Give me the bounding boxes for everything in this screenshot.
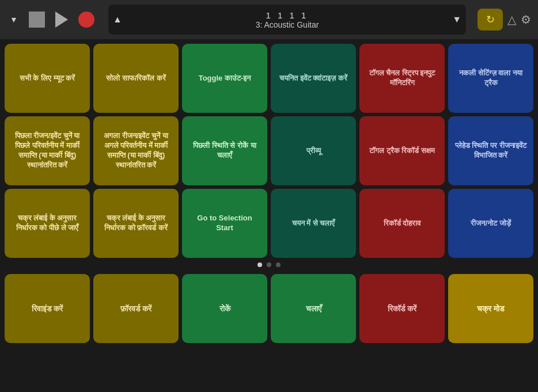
grid-btn-r0-c0[interactable]: सभी के लिए म्यूट करें: [5, 44, 90, 113]
position-nav-down[interactable]: ▼: [448, 12, 466, 27]
metronome-button[interactable]: △: [507, 13, 516, 26]
bottom-btn-3[interactable]: चलाएँ: [271, 274, 356, 343]
page-dot-2[interactable]: [276, 262, 281, 267]
track-label: 3: Acoustic Guitar: [256, 20, 319, 29]
grid-btn-r2-c1[interactable]: चक्र लंबाई के अनुसार निर्धारक को फ़ॉरवर्…: [93, 189, 179, 258]
position-display: ▲ 1 1 1 1 3: Acoustic Guitar ▼: [108, 5, 466, 35]
grid-btn-r1-c5[interactable]: प्लेहेड स्थिति पर रीजन/इवेंट विभाजित करे…: [448, 116, 533, 185]
record-icon: [78, 12, 94, 28]
transport-controls: ▼: [7, 9, 97, 30]
bottom-btn-0[interactable]: रिवाइंड करें: [5, 274, 90, 343]
stop-icon: [29, 12, 45, 28]
bottom-btn-1[interactable]: फ़ॉरवर्ड करें: [93, 274, 179, 343]
grid-btn-r0-c2[interactable]: Toggle काउंट-इन: [182, 44, 267, 113]
grid-btn-r1-c0[interactable]: पिछला रीजन/इवेंट चुनें या पिछले परिवर्तन…: [5, 116, 90, 185]
page-dot-0[interactable]: [257, 262, 262, 267]
record-button[interactable]: [76, 9, 97, 30]
dropdown-arrow-icon[interactable]: ▼: [7, 13, 21, 26]
grid-btn-r1-c1[interactable]: अगला रीजन/इवेंट चुनें या अगले परिवर्तनीय…: [93, 116, 179, 185]
grid-btn-r2-c4[interactable]: रिकॉर्ड दोहराव: [359, 189, 445, 258]
settings-button[interactable]: ⚙: [521, 13, 531, 26]
top-bar: ▼ ▲ 1 1 1 1 3: Acoustic Guitar ▼ ↻ △ ⚙: [0, 0, 538, 39]
grid-btn-r1-c4[interactable]: टॉगल ट्रैक रिकॉर्ड सक्षम: [359, 116, 445, 185]
grid-btn-r1-c3[interactable]: प्रीव्यू: [271, 116, 356, 185]
page-dot-1[interactable]: [267, 262, 271, 267]
main-grid-area: सभी के लिए म्यूट करेंसोलो साफ/रिकॉल करें…: [0, 39, 538, 272]
grid-btn-r1-c2[interactable]: पिछली स्थिति से रोकें या चलाएँ: [182, 116, 267, 185]
grid-btn-r0-c5[interactable]: नकली सेटिंग्ज़ वाला नया ट्रैक: [448, 44, 533, 113]
play-icon: [55, 12, 68, 28]
stop-button[interactable]: [26, 9, 47, 30]
page-indicators: [5, 258, 533, 269]
bottom-btn-4[interactable]: रिकॉर्ड करें: [359, 274, 445, 343]
position-numbers: 1 1 1 1: [266, 10, 309, 20]
grid-btn-r2-c5[interactable]: रीजन/नोट जोड़ें: [448, 189, 533, 258]
bottom-btn-5[interactable]: चक्र मोड: [448, 274, 533, 343]
grid-btn-r2-c0[interactable]: चक्र लंबाई के अनुसार निर्धारक को पीछे ले…: [5, 189, 90, 258]
play-button[interactable]: [53, 9, 70, 30]
bottom-bar: रिवाइंड करेंफ़ॉरवर्ड करेंरोकेंचलाएँरिकॉर…: [0, 272, 538, 348]
grid-btn-r0-c1[interactable]: सोलो साफ/रिकॉल करें: [93, 44, 179, 113]
right-controls: ↻ △ ⚙: [478, 9, 531, 31]
grid-btn-r0-c4[interactable]: टॉगल चैनल स्ट्रिप इनपुट मॉनिटरिंग: [359, 44, 445, 113]
grid-btn-r2-c2[interactable]: Go to Selection Start: [182, 189, 267, 258]
grid-btn-r0-c3[interactable]: चयनित इवेंट क्वांटाइज़ करें: [271, 44, 356, 113]
grid-btn-r2-c3[interactable]: चयन में से चलाएँ: [271, 189, 356, 258]
position-nav-up[interactable]: ▲: [108, 12, 127, 27]
button-grid: सभी के लिए म्यूट करेंसोलो साफ/रिकॉल करें…: [5, 44, 533, 258]
cycle-button[interactable]: ↻: [478, 9, 503, 31]
bottom-btn-2[interactable]: रोकें: [182, 274, 267, 343]
